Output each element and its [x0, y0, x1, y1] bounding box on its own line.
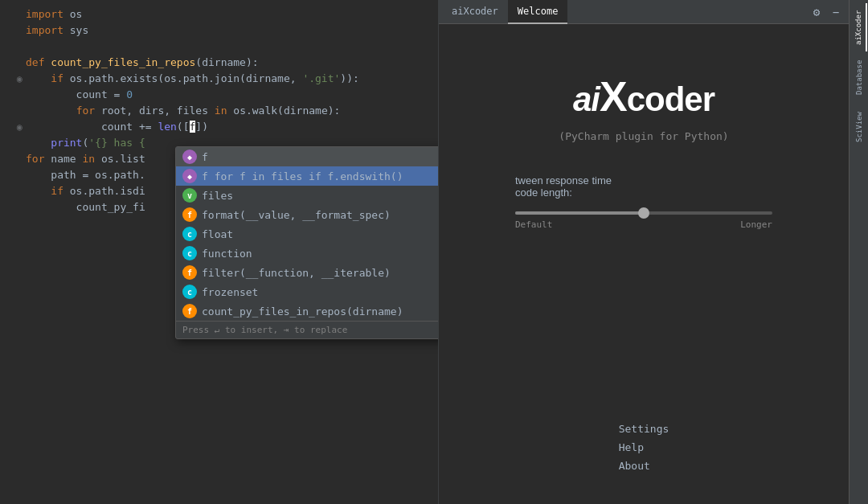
slider-labels: Default Longer	[515, 219, 772, 230]
sidebar-item-sciview[interactable]: SciView	[851, 103, 867, 151]
autocomplete-item-2[interactable]: v files	[176, 186, 438, 205]
welcome-subtitle: (PyCharm plugin for Python)	[559, 130, 728, 142]
code-line-8: ◉ count += len([f])	[0, 119, 438, 135]
sidebar-item-database[interactable]: Database	[851, 53, 867, 101]
welcome-content: aiXcoder (PyCharm plugin for Python) twe…	[439, 24, 849, 504]
code-line-4: def count_py_files_in_repos(dirname):	[0, 55, 438, 71]
slider-thumb[interactable]	[638, 207, 649, 219]
autocomplete-item-7[interactable]: c frozenset builtins	[176, 282, 438, 301]
code-line-5: ◉ if os.path.exists(os.path.join(dirname…	[0, 71, 438, 87]
autocomplete-item-icon-0: ◆	[182, 150, 197, 164]
autocomplete-item-label-7: frozenset	[202, 286, 438, 298]
autocomplete-footer: Press ↵ to insert, ⇥ to replace Next Tip…	[176, 321, 438, 338]
autocomplete-item-4[interactable]: c float builtins	[176, 224, 438, 244]
autocomplete-item-icon-4: c	[182, 227, 197, 241]
welcome-links: Settings Help About	[619, 423, 669, 472]
code-line-7: for root, dirs, files in os.walk(dirname…	[0, 103, 438, 119]
autocomplete-item-icon-5: c	[182, 246, 197, 260]
tab-actions: ⚙ −	[810, 6, 845, 18]
minimize-button[interactable]: −	[829, 6, 842, 18]
slider-section-text: tween response time code length:	[515, 174, 772, 199]
slider-label-default: Default	[515, 219, 552, 230]
slider-track	[515, 211, 772, 215]
logo-ai-part: ai	[573, 80, 600, 118]
autocomplete-item-5[interactable]: c function builtins	[176, 244, 438, 263]
settings-button[interactable]: ⚙	[810, 6, 823, 18]
autocomplete-item-icon-6: f	[182, 265, 197, 280]
autocomplete-item-label-1: f for f in files if f.endswith()	[202, 170, 438, 182]
autocomplete-popup: ◆ f ◆ f for f in files if f.endswith() a…	[175, 146, 438, 339]
settings-link[interactable]: Settings	[619, 423, 669, 435]
autocomplete-hint: Press ↵ to insert, ⇥ to replace	[182, 325, 347, 335]
autocomplete-item-label-0: f	[202, 151, 438, 163]
response-slider-container: Default Longer	[515, 205, 772, 230]
logo-coder-part: coder	[627, 80, 714, 118]
autocomplete-item-0[interactable]: ◆ f	[176, 147, 438, 166]
aixcoder-logo: aiXcoder	[573, 72, 714, 121]
sidebar-item-aixcoder[interactable]: aiXcoder	[851, 3, 867, 51]
code-line-6: count = 0	[0, 87, 438, 103]
autocomplete-item-icon-3: f	[182, 207, 197, 222]
autocomplete-item-label-8: count_py_files_in_repos(dirname)	[202, 305, 438, 318]
autocomplete-item-icon-2: v	[182, 188, 197, 203]
code-line-2: import sys	[0, 23, 438, 39]
autocomplete-item-8[interactable]: f count_py_files_in_repos(dirname)	[176, 301, 438, 321]
autocomplete-item-6[interactable]: f filter(__function, __iterable) builtin…	[176, 263, 438, 282]
slider-fill	[515, 211, 644, 215]
tab-welcome[interactable]: Welcome	[508, 0, 568, 24]
logo-x-part: X	[600, 73, 627, 120]
autocomplete-item-3[interactable]: f format(__value, __format_spec) builtin…	[176, 205, 438, 224]
tab-bar: aiXcoder Welcome ⚙ −	[439, 0, 849, 24]
autocomplete-item-icon-7: c	[182, 285, 197, 299]
autocomplete-item-label-5: function	[202, 248, 438, 260]
autocomplete-item-icon-1: ◆	[182, 169, 197, 183]
autocomplete-item-label-4: float	[202, 228, 438, 240]
code-line-1: import os	[0, 6, 438, 23]
editor-pane: import os import sys def count_py_files_…	[0, 0, 438, 504]
autocomplete-item-label-2: files	[202, 190, 438, 202]
help-link[interactable]: Help	[619, 441, 644, 453]
slider-label-longer: Longer	[740, 219, 772, 230]
right-sidebar: aiXcoder Database SciView	[849, 0, 868, 504]
code-line-3	[0, 39, 438, 55]
autocomplete-item-label-6: filter(__function, __iterable)	[202, 267, 438, 279]
autocomplete-item-icon-8: f	[182, 304, 197, 318]
autocomplete-item-label-3: format(__value, __format_spec)	[202, 209, 438, 221]
right-pane: aiXcoder Welcome ⚙ − aiXcoder (PyCharm p…	[438, 0, 849, 504]
tab-aixcoder[interactable]: aiXcoder	[442, 0, 508, 24]
about-link[interactable]: About	[619, 460, 650, 472]
autocomplete-item-1[interactable]: ◆ f for f in files if f.endswith() aiXco…	[176, 166, 438, 186]
